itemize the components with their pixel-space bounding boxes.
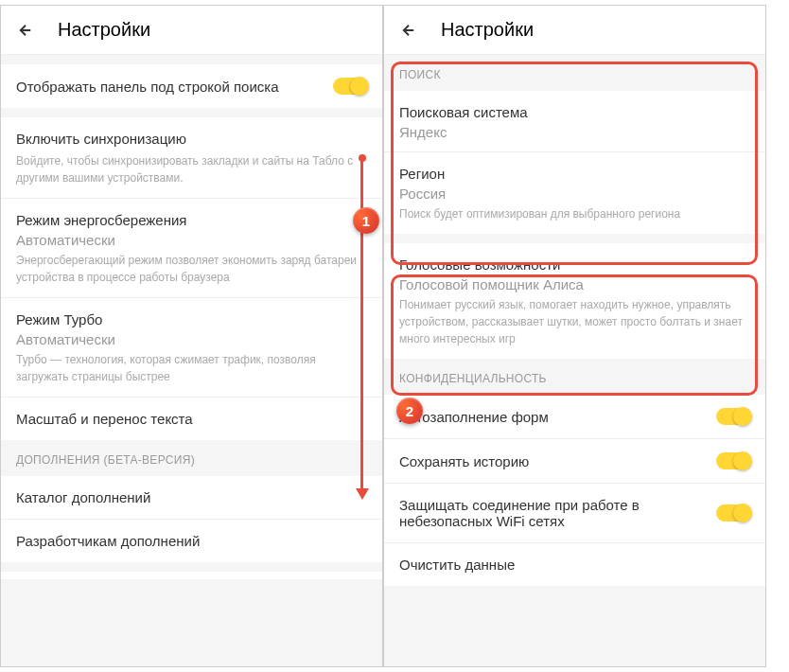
step-marker-1: 1 — [353, 207, 379, 234]
sync-desc: Войдите, чтобы синхронизировать закладки… — [16, 152, 367, 186]
wifi-label: Защищать соединение при работе в небезоп… — [399, 497, 716, 529]
back-icon[interactable] — [16, 21, 35, 40]
voice-title: Голосовые возможности — [399, 255, 750, 274]
autofill-label: Автозаполнение форм — [399, 409, 716, 425]
search-engine-value: Яндекс — [399, 124, 750, 140]
history-row[interactable]: Сохранять историю — [384, 439, 765, 484]
clear-data-title: Очистить данные — [399, 555, 750, 575]
turbo-desc: Турбо — технология, которая сжимает траф… — [16, 351, 367, 385]
header-right: Настройки — [384, 6, 765, 55]
sync-row[interactable]: Включить синхронизацию Войдите, чтобы си… — [1, 117, 382, 199]
voice-desc: Понимает русский язык, помогает находить… — [399, 296, 750, 347]
page-title: Настройки — [441, 19, 534, 41]
catalog-title: Каталог дополнений — [16, 487, 367, 507]
search-engine-row[interactable]: Поисковая система Яндекс — [384, 91, 765, 152]
history-label: Сохранять историю — [399, 453, 716, 469]
region-row[interactable]: Регион Россия Поиск будет оптимизирован … — [384, 152, 765, 234]
content-left: Отображать панель под строкой поиска Вкл… — [1, 55, 382, 666]
back-icon[interactable] — [399, 21, 418, 40]
content-right: ПОИСК Поисковая система Яндекс Регион Ро… — [384, 55, 765, 666]
energy-title: Режим энергосбережения — [16, 210, 367, 230]
display-panel-toggle[interactable] — [333, 78, 367, 95]
clear-data-row[interactable]: Очистить данные — [384, 543, 765, 586]
energy-desc: Энергосберегающий режим позволяет эконом… — [16, 252, 367, 286]
wifi-toggle[interactable] — [716, 504, 750, 522]
voice-value: Голосовой помощник Алиса — [399, 276, 750, 292]
developers-row[interactable]: Разработчикам дополнений — [1, 520, 382, 562]
region-title: Регион — [399, 164, 750, 184]
extensions-header: ДОПОЛНЕНИЯ (БЕТА-ВЕРСИЯ) — [1, 440, 382, 476]
step-marker-2: 2 — [396, 398, 423, 424]
zoom-row[interactable]: Масштаб и перенос текста — [1, 398, 382, 440]
turbo-title: Режим Турбо — [16, 309, 367, 329]
energy-row[interactable]: Режим энергосбережения Автоматически Эне… — [1, 199, 382, 298]
turbo-row[interactable]: Режим Турбо Автоматически Турбо — технол… — [1, 298, 382, 398]
settings-panel-right: Настройки ПОИСК Поисковая система Яндекс… — [383, 5, 766, 667]
voice-row[interactable]: Голосовые возможности Голосовой помощник… — [384, 243, 765, 359]
header-left: Настройки — [1, 6, 382, 55]
history-toggle[interactable] — [716, 452, 750, 469]
sync-title: Включить синхронизацию — [16, 129, 367, 149]
turbo-value: Автоматически — [16, 331, 367, 347]
search-header: ПОИСК — [384, 55, 765, 91]
display-panel-toggle-row[interactable]: Отображать панель под строкой поиска — [1, 64, 382, 108]
autofill-row[interactable]: Автозаполнение форм — [384, 395, 765, 439]
developers-title: Разработчикам дополнений — [16, 531, 367, 551]
settings-panel-left: Настройки Отображать панель под строкой … — [0, 5, 383, 667]
energy-value: Автоматически — [16, 232, 367, 248]
search-engine-title: Поисковая система — [399, 102, 750, 122]
page-title: Настройки — [58, 19, 150, 41]
catalog-row[interactable]: Каталог дополнений — [1, 476, 382, 520]
zoom-title: Масштаб и перенос текста — [16, 409, 367, 429]
autofill-toggle[interactable] — [716, 408, 750, 425]
scroll-arrow-head — [356, 488, 369, 500]
wifi-row[interactable]: Защищать соединение при работе в небезоп… — [384, 484, 765, 543]
region-desc: Поиск будет оптимизирован для выбранного… — [399, 205, 750, 222]
privacy-header: КОНФИДЕНЦИАЛЬНОСТЬ — [384, 359, 765, 395]
region-value: Россия — [399, 186, 750, 202]
display-panel-label: Отображать панель под строкой поиска — [16, 79, 333, 95]
